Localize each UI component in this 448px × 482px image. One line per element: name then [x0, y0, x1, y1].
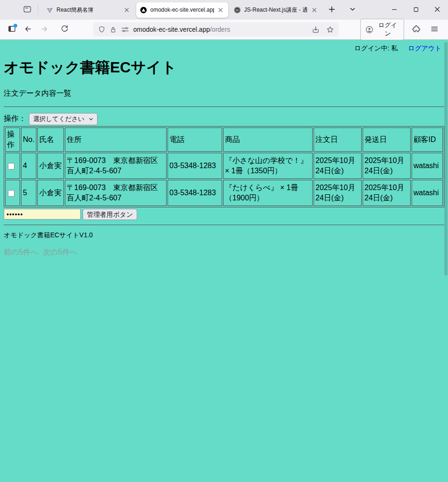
tab-title: React簡易名簿 [56, 6, 120, 14]
reload-button[interactable] [57, 22, 72, 37]
url-path: /orders [210, 26, 231, 33]
col-header-name: 氏名 [37, 128, 64, 152]
select-caret-icon [89, 117, 93, 121]
tab-close-icon[interactable] [310, 6, 318, 14]
operation-label: 操作： [4, 114, 26, 124]
cell-customer-id: watashi [412, 180, 443, 206]
permissions-icon[interactable] [121, 26, 129, 33]
lock-icon [110, 26, 117, 33]
browser-login-button[interactable]: ログイン [360, 19, 404, 40]
divider [4, 225, 444, 225]
tab-close-icon[interactable] [216, 6, 224, 14]
hamburger-menu-icon [431, 25, 438, 34]
divider [4, 106, 444, 107]
table-row: 5 小倉実 〒169-0073 東京都新宿区百人町2-4-5-607 03-53… [5, 180, 443, 206]
sidebar-toggle-button[interactable] [5, 22, 19, 37]
col-header-address: 住所 [65, 128, 167, 152]
wordpress-icon: W [234, 7, 241, 14]
vercel-icon [140, 7, 147, 14]
col-header-no: No. [21, 128, 36, 152]
operation-select-value: 選択してください [33, 115, 84, 123]
shield-icon [98, 26, 105, 33]
chevron-down-icon [350, 6, 356, 14]
admin-button[interactable]: 管理者用ボタン [83, 209, 137, 220]
login-status-text: ログイン中: 私 [354, 44, 398, 52]
url-bar[interactable]: omodok-ec-site.vercel.app/orders [93, 22, 339, 36]
row-checkbox[interactable] [8, 163, 14, 170]
pagination: 前の5件へ 次の5件へ [4, 248, 444, 257]
reload-icon [61, 25, 69, 34]
prev-page-link[interactable]: 前の5件へ [4, 248, 38, 256]
browser-tab-omodok[interactable]: omodok-ec-site.vercel.app/ [136, 2, 228, 18]
browser-tab-react[interactable]: React簡易名簿 [42, 2, 134, 18]
maximize-icon [413, 7, 419, 14]
close-window-button[interactable] [427, 0, 448, 20]
account-icon [365, 26, 373, 34]
cell-address: 〒169-0073 東京都新宿区百人町2-4-5-607 [65, 180, 167, 206]
window-controls [384, 0, 448, 20]
cell-no: 4 [21, 153, 36, 179]
cell-name: 小倉実 [37, 180, 64, 206]
tab-divider [38, 5, 38, 14]
cell-phone: 03-5348-1283 [168, 153, 222, 179]
cell-customer-id: watashi [412, 153, 443, 179]
svg-text:W: W [236, 8, 239, 12]
page-subtitle: 注文データ内容一覧 [4, 89, 444, 99]
new-tab-button[interactable] [325, 3, 339, 17]
browser-login-label: ログイン [376, 21, 399, 38]
minimize-button[interactable] [384, 0, 405, 20]
list-all-tabs-button[interactable] [345, 3, 359, 17]
cell-ship-date: 2025年10月24日(金) [363, 153, 411, 179]
col-header-phone: 電話 [168, 128, 222, 152]
cell-no: 5 [21, 180, 36, 206]
logout-link[interactable]: ログアウト [408, 44, 441, 52]
puzzle-icon [412, 25, 420, 35]
firefox-view-button[interactable] [20, 2, 35, 17]
close-icon [434, 7, 440, 14]
next-page-link[interactable]: 次の5件へ [43, 248, 77, 256]
cell-item: 『たけくらべ』 × 1冊（1900円） [223, 180, 313, 206]
col-header-item: 商品 [223, 128, 313, 152]
vite-icon [46, 7, 53, 14]
cell-order-date: 2025年10月24日(金) [314, 153, 362, 179]
page-title: オモドック書籍ECサイト [4, 59, 444, 76]
cell-order-date: 2025年10月24日(金) [314, 180, 362, 206]
login-status-line: ログイン中: 私ログアウト [4, 40, 444, 53]
cell-name: 小倉実 [37, 153, 64, 179]
cell-item: 『小さな山の学校で！』 × 1冊（1350円） [223, 153, 313, 179]
orders-table: 操作 No. 氏名 住所 電話 商品 注文日 発送日 顧客ID 4 小倉実 〒1… [4, 126, 444, 207]
table-header-row: 操作 No. 氏名 住所 電話 商品 注文日 発送日 顧客ID [5, 128, 443, 152]
table-row: 4 小倉実 〒169-0073 東京都新宿区百人町2-4-5-607 03-53… [5, 153, 443, 179]
notification-dot [14, 24, 17, 28]
col-header-operation: 操作 [5, 128, 20, 152]
cell-phone: 03-5348-1283 [168, 180, 222, 206]
url-host: omodok-ec-site.vercel.app [133, 26, 210, 33]
forward-button[interactable] [37, 22, 52, 37]
forward-arrow-icon [40, 25, 49, 35]
browser-toolbar: omodok-ec-site.vercel.app/orders ログイン [0, 20, 448, 40]
tab-title: JS-React-Next.js講座 - 通学制 [244, 6, 308, 14]
col-header-ship-date: 発送日 [363, 128, 411, 152]
plus-icon [329, 6, 335, 14]
col-header-customer-id: 顧客ID [412, 128, 443, 152]
scrollbar[interactable] [444, 42, 448, 276]
browser-tab-bar: React簡易名簿 omodok-ec-site.vercel.app/ W J… [0, 0, 448, 20]
site-version-text: オモドック書籍ECサイトV1.0 [4, 231, 444, 240]
row-checkbox[interactable] [8, 190, 14, 197]
bookmark-star-icon[interactable] [326, 26, 334, 34]
save-page-icon[interactable] [312, 26, 320, 34]
extensions-button[interactable] [409, 22, 423, 37]
col-header-order-date: 注文日 [314, 128, 362, 152]
admin-password-input[interactable] [4, 209, 81, 220]
tab-close-icon[interactable] [122, 6, 131, 14]
back-button[interactable] [21, 22, 35, 37]
back-arrow-icon [24, 25, 32, 35]
app-menu-button[interactable] [427, 22, 441, 37]
operation-select[interactable]: 選択してください [29, 113, 98, 125]
browser-tab-wordpress[interactable]: W JS-React-Next.js講座 - 通学制 [230, 2, 322, 18]
firefox-view-icon [23, 5, 32, 15]
cell-ship-date: 2025年10月24日(金) [363, 180, 411, 206]
maximize-button[interactable] [405, 0, 427, 20]
minimize-icon [392, 7, 397, 14]
cell-address: 〒169-0073 東京都新宿区百人町2-4-5-607 [65, 153, 167, 179]
